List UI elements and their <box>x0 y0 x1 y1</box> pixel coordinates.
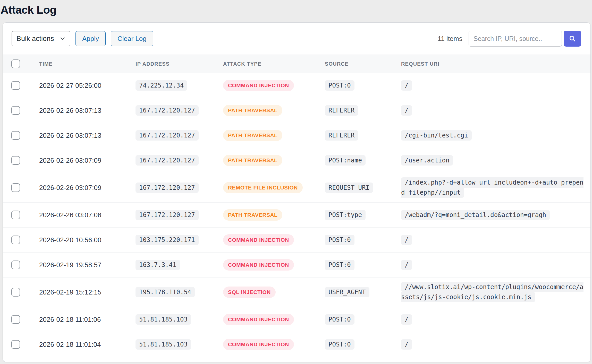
request-uri-cell: / <box>401 339 412 350</box>
table-row: 2026-02-26 03:07:09 167.172.120.127 REMO… <box>3 173 590 203</box>
attack-type-badge: COMMAND INJECTION <box>223 234 294 246</box>
attack-type-badge: COMMAND INJECTION <box>223 80 294 91</box>
table-row: 2026-02-19 19:58:57 163.7.3.41 COMMAND I… <box>3 253 590 278</box>
table-row: 2026-02-26 03:07:08 167.172.120.127 PATH… <box>3 203 590 228</box>
request-uri-cell: / <box>401 235 412 245</box>
time-cell: 2026-02-18 11:01:06 <box>39 311 136 328</box>
request-uri-cell: /user.action <box>401 155 453 166</box>
table-row: 2026-02-18 11:01:04 51.81.185.103 COMMAN… <box>3 332 590 357</box>
search-button[interactable] <box>564 31 581 47</box>
bulk-actions-label: Bulk actions <box>16 35 54 43</box>
source-cell: REQUEST_URI <box>325 183 373 193</box>
request-uri-cell: / <box>401 260 412 270</box>
time-cell: 2026-02-20 10:56:00 <box>39 231 136 249</box>
search-icon <box>568 34 577 43</box>
time-cell: 2026-02-26 03:07:13 <box>39 127 136 144</box>
time-cell: 2026-02-26 03:07:08 <box>39 206 136 224</box>
select-all-checkbox[interactable] <box>11 59 20 68</box>
time-cell: 2026-02-27 05:26:00 <box>39 77 136 94</box>
table-header-row: Time IP Address Attack Type Source Reque… <box>3 55 590 73</box>
row-checkbox[interactable] <box>11 315 20 324</box>
source-cell: POST:type <box>325 210 366 220</box>
source-cell: REFERER <box>325 130 358 141</box>
ip-cell: 103.175.220.171 <box>136 235 199 245</box>
request-uri-cell: / <box>401 80 412 91</box>
time-cell: 2026-02-26 03:07:09 <box>39 152 136 169</box>
column-header-ip: IP Address <box>136 61 223 67</box>
row-checkbox[interactable] <box>11 81 20 90</box>
page-title: Attack Log <box>1 4 592 16</box>
request-uri-cell: /index.php?-d+allow_url_includeon+-d+aut… <box>401 177 583 198</box>
request-uri-cell: /webadm/?q=moni_detail.do&action=gragh <box>401 210 550 220</box>
row-checkbox[interactable] <box>11 236 20 244</box>
table-row: 2026-02-26 03:07:13 167.172.120.127 PATH… <box>3 123 590 148</box>
table-row: 2026-02-27 05:26:00 74.225.12.34 COMMAND… <box>3 73 590 98</box>
table-row: 2026-02-26 03:07:13 167.172.120.127 PATH… <box>3 98 590 123</box>
ip-cell: 74.225.12.34 <box>136 80 187 91</box>
toolbar: Bulk actions Apply Clear Log 11 items <box>3 23 590 55</box>
row-checkbox[interactable] <box>11 211 20 219</box>
attack-type-badge: PATH TRAVERSAL <box>223 209 282 221</box>
ip-cell: 167.172.120.127 <box>136 210 199 220</box>
row-checkbox[interactable] <box>11 340 20 349</box>
ip-cell: 167.172.120.127 <box>136 155 199 166</box>
chevron-down-icon <box>59 35 66 42</box>
bulk-actions-select[interactable]: Bulk actions <box>12 31 70 46</box>
source-cell: POST:0 <box>325 260 354 270</box>
time-cell: 2026-02-18 11:01:04 <box>39 336 136 353</box>
attack-type-badge: PATH TRAVERSAL <box>223 105 282 116</box>
source-cell: POST:0 <box>325 314 354 325</box>
table-row: 2026-02-18 11:01:06 51.81.185.103 COMMAN… <box>3 307 590 332</box>
attack-type-badge: SQL INJECTION <box>223 287 276 298</box>
column-header-time: Time <box>39 61 136 67</box>
row-checkbox[interactable] <box>11 261 20 269</box>
items-count: 11 items <box>438 35 462 43</box>
search-input[interactable] <box>469 31 562 47</box>
row-checkbox[interactable] <box>11 288 20 297</box>
column-header-request-uri: Request URI <box>401 61 585 67</box>
source-cell: POST:0 <box>325 80 354 91</box>
row-checkbox[interactable] <box>11 131 20 140</box>
column-header-attack-type: Attack Type <box>223 61 325 67</box>
apply-button[interactable]: Apply <box>75 31 106 46</box>
request-uri-cell: /cgi-bin/test.cgi <box>401 130 472 141</box>
time-cell: 2026-02-26 03:07:09 <box>39 179 136 196</box>
table-row: 2026-02-19 15:12:15 195.178.110.54 SQL I… <box>3 278 590 307</box>
attack-type-badge: COMMAND INJECTION <box>223 314 294 325</box>
time-cell: 2026-02-26 03:07:13 <box>39 102 136 119</box>
source-cell: POST:0 <box>325 235 354 245</box>
time-cell: 2026-02-19 15:12:15 <box>39 284 136 301</box>
ip-cell: 167.172.120.127 <box>136 105 199 116</box>
clear-log-button[interactable]: Clear Log <box>111 31 153 46</box>
request-uri-cell: //www.slotix.ai/wp-content/plugins/wooco… <box>401 282 583 302</box>
row-checkbox[interactable] <box>11 106 20 115</box>
request-uri-cell: / <box>401 314 412 325</box>
table-row: 2026-02-20 10:56:00 103.175.220.171 COMM… <box>3 228 590 253</box>
attack-type-badge: PATH TRAVERSAL <box>223 155 282 166</box>
attack-log-panel: Bulk actions Apply Clear Log 11 items Ti… <box>3 22 591 362</box>
attack-type-badge: PATH TRAVERSAL <box>223 130 282 141</box>
ip-cell: 51.81.185.103 <box>136 339 191 350</box>
ip-cell: 51.81.185.103 <box>136 314 191 325</box>
attack-type-badge: COMMAND INJECTION <box>223 339 294 350</box>
ip-cell: 167.172.120.127 <box>136 130 199 141</box>
row-checkbox[interactable] <box>11 183 20 192</box>
search-group <box>469 31 581 47</box>
source-cell: USER_AGENT <box>325 287 369 297</box>
time-cell: 2026-02-19 19:58:57 <box>39 256 136 274</box>
ip-cell: 163.7.3.41 <box>136 260 180 270</box>
source-cell: POST:0 <box>325 339 354 350</box>
table-row: 2026-02-26 03:07:09 167.172.120.127 PATH… <box>3 148 590 173</box>
attack-type-badge: REMOTE FILE INCLUSION <box>223 182 303 193</box>
column-header-source: Source <box>325 61 401 67</box>
request-uri-cell: / <box>401 105 412 116</box>
source-cell: REFERER <box>325 105 358 116</box>
ip-cell: 167.172.120.127 <box>136 183 199 193</box>
row-checkbox[interactable] <box>11 156 20 165</box>
source-cell: POST:name <box>325 155 366 166</box>
ip-cell: 195.178.110.54 <box>136 287 195 297</box>
attack-type-badge: COMMAND INJECTION <box>223 259 294 271</box>
